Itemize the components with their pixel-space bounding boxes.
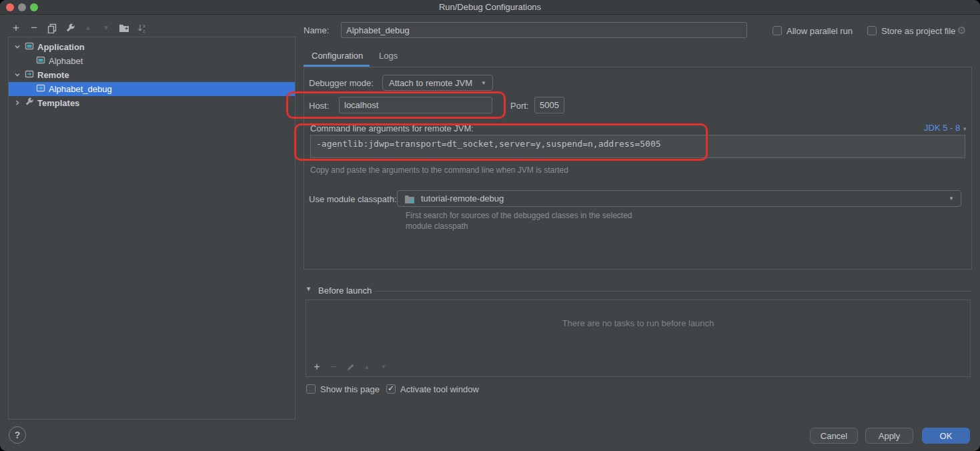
allow-parallel-run-label: Allow parallel run	[787, 26, 853, 36]
tree-item-alphabet[interactable]: Alphabet	[9, 54, 295, 68]
ok-button[interactable]: OK	[922, 428, 970, 444]
activate-tool-window-checkbox[interactable]	[386, 384, 396, 394]
store-as-project-file-checkbox[interactable]	[867, 26, 877, 35]
debugger-mode-select[interactable]: Attach to remote JVM ▼	[382, 75, 493, 91]
chevron-down-icon: ▼	[949, 195, 954, 201]
chevron-right-icon[interactable]	[14, 98, 21, 108]
command-line-hint: Copy and paste the arguments to the comm…	[310, 165, 568, 175]
tree-item-label: Application	[37, 42, 85, 52]
module-classpath-value: tutorial-remote-debug	[421, 193, 504, 203]
apply-button[interactable]: Apply	[865, 428, 913, 444]
move-task-down-icon[interactable]: ▼	[378, 362, 389, 372]
jdk-version-value: JDK 5 - 8	[924, 123, 960, 133]
tab-configuration[interactable]: Configuration	[312, 51, 363, 61]
remote-icon	[36, 83, 45, 95]
module-classpath-hint-line2: module classpath	[406, 221, 468, 231]
command-line-arguments-field[interactable]: -agentlib:jdwp=transport=dt_socket,serve…	[310, 135, 965, 158]
tree-item-templates[interactable]: Templates	[9, 96, 295, 110]
module-classpath-label: Use module classpath:	[309, 194, 397, 204]
module-classpath-hint-line1: First search for sources of the debugged…	[406, 211, 632, 220]
tree-item-label: Remote	[37, 70, 69, 80]
svg-text:a: a	[143, 23, 145, 28]
before-launch-tasks-panel: There are no tasks to run before launch …	[306, 300, 971, 377]
store-as-project-file-label: Store as project file	[881, 26, 955, 36]
edit-task-icon[interactable]	[345, 362, 356, 372]
run-debug-configurations-dialog: Run/Debug Configurations + − ▲ ▼ + az Ap…	[0, 0, 980, 451]
remove-task-icon[interactable]: −	[328, 362, 339, 372]
add-task-icon[interactable]: +	[312, 362, 322, 372]
tasks-empty-text: There are no tasks to run before launch	[306, 318, 970, 328]
name-input[interactable]	[341, 22, 747, 38]
chevron-down-icon: ▼	[962, 126, 967, 132]
tree-item-label: Alphabet	[49, 56, 83, 66]
remove-icon[interactable]: −	[29, 23, 39, 33]
chevron-down-icon[interactable]	[14, 70, 21, 80]
gear-icon[interactable]: ⚙	[957, 24, 966, 37]
show-this-page-checkbox[interactable]	[306, 384, 316, 394]
tree-item-application[interactable]: Application	[9, 40, 295, 54]
cancel-button[interactable]: Cancel	[810, 428, 858, 444]
title-bar: Run/Debug Configurations	[0, 0, 980, 15]
module-classpath-select[interactable]: tutorial-remote-debug ▼	[397, 190, 961, 207]
tree-item-label: Templates	[37, 98, 79, 108]
wrench-icon	[25, 97, 34, 109]
show-this-page-label: Show this page	[320, 384, 380, 394]
allow-parallel-run-checkbox[interactable]	[773, 26, 782, 35]
command-line-arguments-value: -agentlib:jdwp=transport=dt_socket,serve…	[316, 139, 661, 149]
chevron-down-icon[interactable]	[14, 42, 21, 52]
remote-icon	[25, 69, 34, 81]
debugger-mode-value: Attach to remote JVM	[389, 78, 472, 88]
window-title: Run/Debug Configurations	[0, 2, 980, 12]
collapse-section-icon[interactable]: ▼	[306, 286, 312, 292]
debugger-mode-label: Debugger mode:	[309, 78, 374, 88]
section-divider	[375, 291, 972, 292]
chevron-down-icon: ▼	[481, 80, 486, 86]
move-task-up-icon[interactable]: ▲	[362, 362, 372, 372]
command-line-label: Command line arguments for remote JVM:	[310, 123, 474, 133]
svg-text:+: +	[125, 25, 128, 32]
sort-icon[interactable]: az	[137, 23, 147, 33]
tree-item-remote[interactable]: Remote	[9, 68, 295, 82]
copy-icon[interactable]	[47, 23, 57, 33]
move-down-icon[interactable]: ▼	[101, 23, 111, 33]
help-button[interactable]: ?	[9, 426, 26, 444]
application-icon	[36, 55, 45, 67]
move-up-icon[interactable]: ▲	[83, 23, 93, 33]
port-input[interactable]	[534, 97, 564, 113]
activate-tool-window-label: Activate tool window	[400, 384, 479, 394]
tree-toolbar: + − ▲ ▼ + az	[11, 21, 147, 35]
add-icon[interactable]: +	[11, 23, 21, 33]
application-icon	[25, 41, 34, 53]
tasks-toolbar: + − ▲ ▼	[312, 362, 389, 372]
new-folder-icon[interactable]: +	[119, 23, 129, 33]
tree-item-label: Alphabet_debug	[49, 84, 112, 94]
before-launch-title: Before launch	[318, 286, 372, 296]
port-label: Port:	[510, 101, 528, 111]
edit-templates-icon[interactable]	[65, 23, 75, 33]
name-label: Name:	[304, 25, 329, 35]
host-label: Host:	[309, 101, 329, 111]
tree-item-alphabet-debug[interactable]: Alphabet_debug	[9, 82, 295, 96]
host-input[interactable]	[339, 97, 492, 113]
tab-logs[interactable]: Logs	[379, 51, 398, 61]
module-folder-icon	[404, 194, 415, 203]
jdk-version-selector[interactable]: JDK 5 - 8▼	[924, 123, 967, 133]
svg-text:z: z	[143, 29, 145, 33]
configurations-tree: Application Alphabet Remote Alphabet_deb…	[8, 37, 296, 420]
